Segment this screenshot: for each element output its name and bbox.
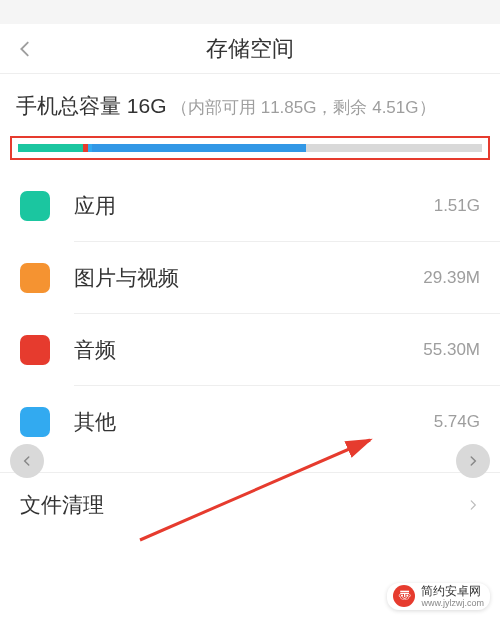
category-value: 1.51G [434,196,480,216]
bar-segment-other [92,144,305,152]
category-list: 应用 1.51G 图片与视频 29.39M 音频 55.30M 其他 5.74G [0,170,500,458]
file-cleanup-row[interactable]: 文件清理 [0,472,500,536]
watermark-name: 简约安卓网 [421,585,484,598]
category-icon [20,407,50,437]
nav-prev-button[interactable] [10,444,44,478]
category-value: 55.30M [423,340,480,360]
list-item-other[interactable]: 其他 5.74G [0,386,500,458]
capacity-detail: （内部可用 11.85G，剩余 4.51G） [171,98,436,117]
category-value: 5.74G [434,412,480,432]
page-title: 存储空间 [206,34,294,64]
category-icon [20,191,50,221]
list-item-audio[interactable]: 音频 55.30M [0,314,500,386]
watermark: 〠 简约安卓网 www.jylzwj.com [387,583,490,610]
status-bar [0,0,500,24]
chevron-right-icon [466,498,480,512]
storage-summary: 手机总容量 16G （内部可用 11.85G，剩余 4.51G） [0,74,500,128]
nav-next-button[interactable] [456,444,490,478]
category-label: 音频 [74,336,423,364]
cleanup-label: 文件清理 [20,491,466,519]
watermark-url: www.jylzwj.com [421,598,484,608]
header: 存储空间 [0,24,500,74]
category-label: 应用 [74,192,434,220]
back-button[interactable] [14,38,36,60]
chevron-right-icon [466,454,480,468]
usage-bar-highlight [10,136,490,160]
category-label: 其他 [74,408,434,436]
usage-bar [18,144,482,152]
category-label: 图片与视频 [74,264,423,292]
chevron-left-icon [20,454,34,468]
list-item-apps[interactable]: 应用 1.51G [0,170,500,242]
category-icon [20,263,50,293]
bar-segment-apps [18,144,83,152]
android-icon: 〠 [393,585,415,607]
category-icon [20,335,50,365]
total-capacity: 手机总容量 16G [16,94,167,117]
category-value: 29.39M [423,268,480,288]
chevron-left-icon [14,38,36,60]
list-item-pics[interactable]: 图片与视频 29.39M [0,242,500,314]
